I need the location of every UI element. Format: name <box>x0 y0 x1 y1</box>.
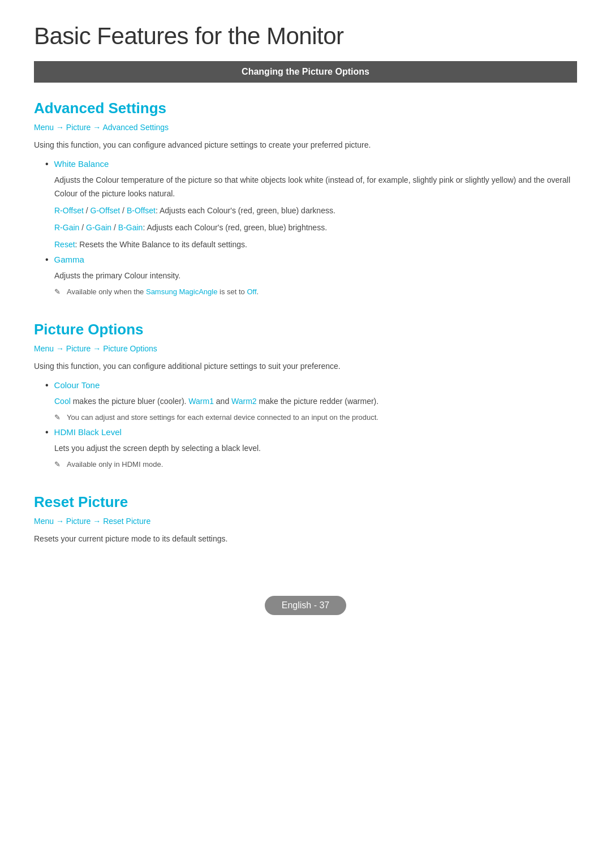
colour-tone-mid: makes the picture bluer (cooler). <box>71 397 189 406</box>
white-balance-offsets: R-Offset / G-Offset / B-Offset: Adjusts … <box>54 204 577 218</box>
colour-tone-post: make the picture redder (warmer). <box>257 397 379 406</box>
hdmi-black-level-content: Lets you adjust the screen depth by sele… <box>54 442 577 471</box>
offset-slash-1: / <box>84 206 91 215</box>
r-offset-link: R-Offset <box>54 206 84 215</box>
footer-badge: English - 37 <box>265 596 347 615</box>
footer: English - 37 <box>34 590 577 621</box>
white-balance-bullet: • White Balance <box>45 159 577 169</box>
advanced-settings-breadcrumb: Menu → Picture → Advanced Settings <box>34 123 577 132</box>
gain-slash-2: / <box>111 223 118 232</box>
white-balance-reset: Reset: Resets the White Balance to its d… <box>54 238 577 252</box>
gamma-note-pre: Available only when the <box>67 287 146 296</box>
hdmi-note: Available only in HDMI mode. <box>54 459 577 471</box>
gain-slash-1: / <box>79 223 86 232</box>
gamma-note: Available only when the Samsung MagicAng… <box>54 286 577 298</box>
advanced-settings-description: Using this function, you can configure a… <box>34 139 577 151</box>
g-offset-link: G-Offset <box>91 206 121 215</box>
white-balance-content: Adjusts the Colour temperature of the pi… <box>54 174 577 251</box>
bullet-dot-3: • <box>45 380 49 390</box>
picture-options-section: Picture Options Menu → Picture → Picture… <box>34 321 577 471</box>
picture-options-title: Picture Options <box>34 321 577 338</box>
gain-suffix: : Adjusts each Colour's (red, green, blu… <box>143 223 327 232</box>
bullet-dot-2: • <box>45 255 49 265</box>
b-gain-link: B-Gain <box>118 223 143 232</box>
colour-tone-line1: Cool makes the picture bluer (cooler). W… <box>54 395 577 409</box>
reset-picture-description: Resets your current picture mode to its … <box>34 532 577 545</box>
colour-tone-content: Cool makes the picture bluer (cooler). W… <box>54 395 577 424</box>
reset-suffix: : Resets the White Balance to its defaul… <box>75 240 247 249</box>
warm1-link: Warm1 <box>188 397 214 406</box>
reset-picture-title: Reset Picture <box>34 493 577 511</box>
gamma-label: Gamma <box>54 255 84 264</box>
colour-tone-bullet: • Colour Tone <box>45 380 577 390</box>
advanced-settings-title: Advanced Settings <box>34 100 577 117</box>
hdmi-para: Lets you adjust the screen depth by sele… <box>54 442 577 456</box>
offset-slash-2: / <box>120 206 127 215</box>
picture-options-breadcrumb: Menu → Picture → Picture Options <box>34 344 577 353</box>
reset-picture-breadcrumb: Menu → Picture → Reset Picture <box>34 517 577 526</box>
b-offset-link: B-Offset <box>127 206 156 215</box>
colour-tone-label: Colour Tone <box>54 380 100 390</box>
reset-link: Reset <box>54 240 75 249</box>
cool-link: Cool <box>54 397 71 406</box>
r-gain-link: R-Gain <box>54 223 79 232</box>
hdmi-black-level-bullet: • HDMI Black Level <box>45 427 577 437</box>
warm2-link: Warm2 <box>231 397 257 406</box>
bullet-dot-4: • <box>45 427 49 437</box>
g-gain-link: G-Gain <box>86 223 111 232</box>
picture-options-description: Using this function, you can configure a… <box>34 360 577 372</box>
gamma-note-post: . <box>257 287 259 296</box>
off-link: Off <box>247 287 256 296</box>
offset-suffix: : Adjusts each Colour's (red, green, blu… <box>156 206 335 215</box>
gamma-bullet: • Gamma <box>45 255 577 265</box>
colour-tone-and: and <box>214 397 231 406</box>
white-balance-para: Adjusts the Colour temperature of the pi… <box>54 174 577 201</box>
gamma-content: Adjusts the primary Colour intensity. Av… <box>54 269 577 298</box>
white-balance-label: White Balance <box>54 159 109 169</box>
bullet-dot-1: • <box>45 159 49 169</box>
page-title: Basic Features for the Monitor <box>34 23 577 50</box>
section-header: Changing the Picture Options <box>34 61 577 83</box>
colour-tone-note: You can adjust and store settings for ea… <box>54 412 577 424</box>
advanced-settings-section: Advanced Settings Menu → Picture → Advan… <box>34 100 577 298</box>
hdmi-black-level-label: HDMI Black Level <box>54 427 122 437</box>
gamma-para: Adjusts the primary Colour intensity. <box>54 269 577 283</box>
gamma-note-mid: is set to <box>217 287 247 296</box>
reset-picture-section: Reset Picture Menu → Picture → Reset Pic… <box>34 493 577 545</box>
white-balance-gains: R-Gain / G-Gain / B-Gain: Adjusts each C… <box>54 221 577 235</box>
samsung-magic-angle-link: Samsung MagicAngle <box>146 287 217 296</box>
